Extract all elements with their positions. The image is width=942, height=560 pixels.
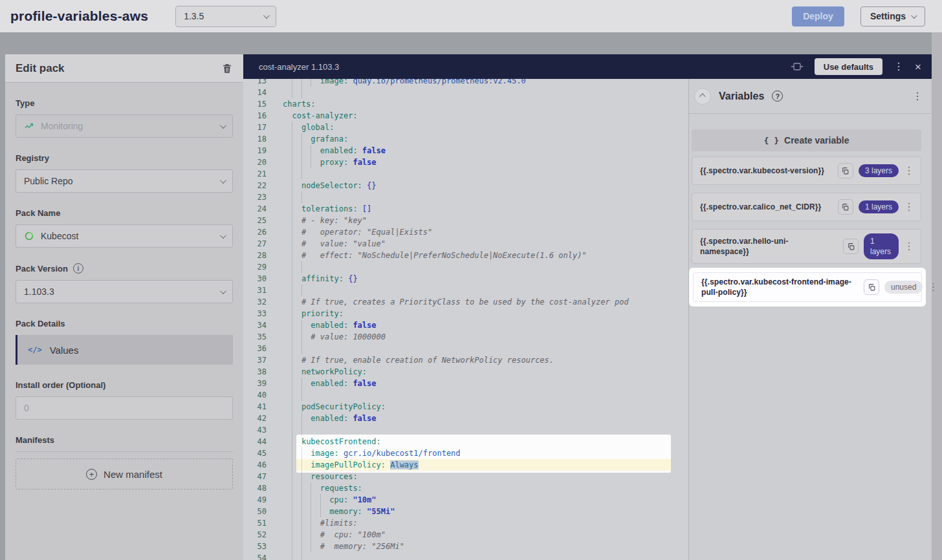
variables-panel: Variables ? ⋮ { } Create variable {{.spe… bbox=[688, 79, 932, 560]
deploy-button[interactable]: Deploy bbox=[792, 6, 844, 27]
code-line[interactable]: 26 # operator: "Equal|Exists" bbox=[243, 226, 688, 238]
info-icon[interactable]: i bbox=[73, 263, 83, 274]
type-select[interactable]: Monitoring bbox=[16, 114, 233, 138]
code-line[interactable]: 23 bbox=[243, 191, 688, 203]
code-line[interactable]: 18 grafana: bbox=[243, 133, 688, 145]
editor-header: cost-analyzer 1.103.3 Use defaults ⋮ × bbox=[243, 54, 932, 79]
code-line[interactable]: 21 bbox=[243, 168, 688, 180]
code-line[interactable]: 14 bbox=[243, 87, 688, 98]
code-line[interactable]: 22 nodeSelector: {} bbox=[243, 180, 688, 191]
editor-header-actions: Use defaults ⋮ × bbox=[791, 58, 921, 75]
code-line[interactable]: 15charts: bbox=[243, 98, 688, 110]
profile-version-select[interactable]: 1.3.5 bbox=[175, 6, 276, 27]
code-line[interactable]: 28 # effect: "NoSchedule|PreferNoSchedul… bbox=[243, 250, 688, 261]
code-line[interactable]: 20 proxy: false bbox=[243, 156, 688, 168]
code-line[interactable]: 39 enabled: false bbox=[243, 378, 688, 389]
registry-select[interactable]: Public Repo bbox=[16, 169, 233, 193]
layers-badge[interactable]: 1 layers bbox=[859, 200, 899, 213]
code-line[interactable]: 40 bbox=[243, 389, 688, 401]
variable-card[interactable]: {{.spectro.var.kubecost-version}}3 layer… bbox=[692, 156, 921, 185]
new-manifest-button[interactable]: + New manifest bbox=[16, 458, 233, 490]
code-line[interactable]: 53 # memory: "256Mi" bbox=[243, 541, 688, 552]
code-line[interactable]: 41 podSecurityPolicy: bbox=[243, 401, 688, 413]
line-number: 31 bbox=[243, 285, 267, 296]
pack-version-label-text: Pack Version bbox=[16, 264, 68, 274]
pack-details-label: Pack Details bbox=[16, 319, 233, 328]
install-order-input[interactable] bbox=[16, 396, 233, 420]
collapse-panel-button[interactable] bbox=[694, 88, 711, 105]
variable-menu-icon[interactable]: ⋮ bbox=[904, 166, 914, 176]
code-line[interactable]: 50 memory: "55Mi" bbox=[243, 506, 688, 517]
variables-body: { } Create variable {{.spectro.var.kubec… bbox=[689, 114, 932, 307]
code-line[interactable]: 27 # value: "value" bbox=[243, 238, 688, 250]
pack-version-label: Pack Version i bbox=[16, 263, 233, 274]
code-line[interactable]: 30 affinity: {} bbox=[243, 273, 688, 285]
settings-label: Settings bbox=[870, 11, 906, 21]
code-line[interactable]: 29 bbox=[243, 261, 688, 273]
variable-card[interactable]: {{.spectro.var.kubecost-frontend-image-p… bbox=[693, 272, 922, 302]
settings-button[interactable]: Settings bbox=[860, 6, 925, 27]
code-line[interactable]: 35 # value: 1000000 bbox=[243, 331, 688, 343]
edit-pack-sidebar: Edit pack Type Monitoring Registry Publi… bbox=[5, 54, 243, 560]
layers-badge[interactable]: 3 layers bbox=[859, 164, 899, 177]
copy-variable-icon[interactable] bbox=[864, 279, 879, 295]
variables-title: Variables bbox=[719, 91, 764, 102]
code-line[interactable]: 42 enabled: false bbox=[243, 413, 688, 424]
braces-icon: { } bbox=[764, 136, 779, 145]
code-line[interactable]: 45 image: gcr.io/kubecost1/frontend bbox=[243, 447, 688, 459]
diff-icon[interactable] bbox=[791, 61, 804, 72]
variables-menu-icon[interactable]: ⋮ bbox=[912, 91, 923, 102]
variable-card[interactable]: {{.spectro.var.hello-uni-namespace}}1 la… bbox=[692, 229, 921, 264]
plus-icon: + bbox=[86, 469, 97, 480]
copy-variable-icon[interactable] bbox=[838, 199, 853, 215]
code-line[interactable]: 48 requests: bbox=[243, 482, 688, 494]
code-line[interactable]: 37 # If true, enable creation of Network… bbox=[243, 354, 688, 366]
code-line[interactable]: 25 # - key: "key" bbox=[243, 215, 688, 226]
code-line[interactable]: 19 enabled: false bbox=[243, 145, 688, 156]
copy-variable-icon[interactable] bbox=[843, 239, 859, 254]
yaml-editor[interactable]: 13 image: quay.io/prometheus/prometheus:… bbox=[243, 54, 688, 560]
variable-card[interactable]: {{.spectro.var.calico_net_CIDR}}1 layers… bbox=[692, 193, 921, 221]
code-line[interactable]: 16 cost-analyzer: bbox=[243, 110, 688, 122]
code-line[interactable]: 54 bbox=[243, 552, 688, 560]
code-line[interactable]: 34 enabled: false bbox=[243, 319, 688, 331]
values-tab-label: Values bbox=[50, 345, 79, 356]
pack-name-select[interactable]: Kubecost bbox=[16, 224, 233, 248]
line-number: 33 bbox=[243, 308, 267, 319]
close-icon[interactable]: × bbox=[915, 61, 921, 72]
help-icon[interactable]: ? bbox=[772, 91, 783, 102]
code-line[interactable]: 31 bbox=[243, 285, 688, 296]
line-number: 39 bbox=[243, 378, 267, 389]
code-line[interactable]: 36 bbox=[243, 343, 688, 354]
pack-version-select[interactable]: 1.103.3 bbox=[16, 280, 233, 303]
install-order-label: Install order (Optional) bbox=[16, 380, 233, 390]
delete-pack-icon[interactable] bbox=[221, 63, 233, 74]
code-line[interactable]: 17 global: bbox=[243, 122, 688, 133]
code-line[interactable]: 38 networkPolicy: bbox=[243, 366, 688, 378]
chevron-down-icon bbox=[911, 12, 917, 19]
use-defaults-button[interactable]: Use defaults bbox=[815, 58, 882, 75]
code-line[interactable]: 49 cpu: "10m" bbox=[243, 494, 688, 506]
variable-name: {{.spectro.var.hello-uni-namespace}} bbox=[700, 236, 816, 257]
variable-menu-icon[interactable]: ⋮ bbox=[904, 202, 914, 212]
line-number: 45 bbox=[243, 447, 267, 459]
variable-menu-icon[interactable]: ⋮ bbox=[904, 241, 914, 252]
code-line[interactable]: 43 bbox=[243, 424, 688, 436]
line-number: 35 bbox=[243, 331, 267, 343]
pack-details-values-tab[interactable]: </> Values bbox=[16, 335, 233, 365]
code-line[interactable]: 47 resources: bbox=[243, 471, 688, 482]
code-line[interactable]: 52 # cpu: "100m" bbox=[243, 529, 688, 541]
copy-variable-icon[interactable] bbox=[838, 163, 853, 178]
code-line[interactable]: 44 kubecostFrontend: bbox=[243, 436, 688, 447]
variable-menu-icon[interactable]: ⋮ bbox=[928, 282, 938, 292]
create-variable-button[interactable]: { } Create variable bbox=[692, 129, 921, 151]
code-line[interactable]: 33 priority: bbox=[243, 308, 688, 319]
line-number: 17 bbox=[243, 122, 267, 133]
page-scrollbar[interactable] bbox=[932, 32, 942, 560]
editor-menu-icon[interactable]: ⋮ bbox=[893, 61, 904, 72]
layers-badge[interactable]: 1 layers bbox=[864, 233, 899, 259]
code-line[interactable]: 32 # If true, creates a PriorityClass to… bbox=[243, 296, 688, 308]
code-line[interactable]: 51 #limits: bbox=[243, 517, 688, 529]
code-line[interactable]: 46 imagePullPolicy: Always bbox=[243, 459, 688, 471]
code-line[interactable]: 24 tolerations: [] bbox=[243, 203, 688, 215]
